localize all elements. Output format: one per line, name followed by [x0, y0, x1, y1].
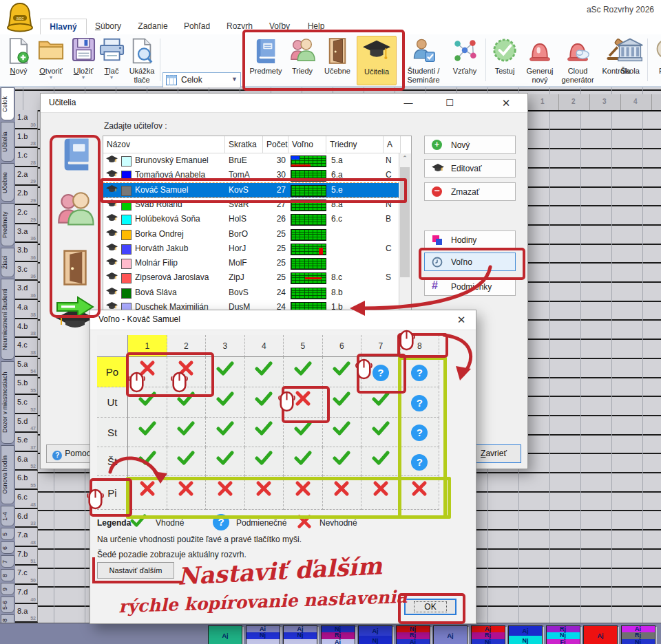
- sidebar-tab-7-8[interactable]: 7-8: [1, 614, 14, 623]
- close-icon[interactable]: ✕: [452, 313, 470, 326]
- class-header-7.b[interactable]: 7.b51: [15, 547, 38, 566]
- school-button[interactable]: Škola: [615, 36, 645, 84]
- class-header-5.e[interactable]: 5.e37: [15, 433, 38, 452]
- open-button[interactable]: Otvoriť ▾: [34, 36, 67, 84]
- availability-cell-Št-7[interactable]: [361, 447, 401, 476]
- asc-bell-logo-icon[interactable]: asc: [4, 1, 36, 34]
- column-header-Názov[interactable]: Názov: [103, 136, 225, 153]
- save-button[interactable]: Uložiť ▾: [69, 36, 98, 84]
- sidebar-tab-9[interactable]: 9: [1, 583, 14, 595]
- teacher-row-BorO[interactable]: Borka OndrejBorO25: [103, 227, 399, 242]
- class-header-6.d[interactable]: 6.d33: [15, 509, 38, 528]
- period-header-2[interactable]: 2: [167, 335, 207, 357]
- class-header-2.b[interactable]: 2.b29: [15, 186, 38, 205]
- availability-cell-Št-3[interactable]: [206, 447, 245, 476]
- teacher-row-KovS[interactable]: Kováč SamuelKovS275.e: [103, 183, 399, 197]
- availability-cell-Pi-4[interactable]: [245, 476, 284, 510]
- availability-cell-St-1[interactable]: [128, 418, 167, 447]
- class-header-5.d[interactable]: 5.d47: [15, 414, 38, 433]
- ok-button[interactable]: OK: [404, 599, 457, 615]
- sidebar-tab-osnova-hod-n[interactable]: Osnova hodín: [1, 445, 14, 504]
- class-header-7.d[interactable]: 7.d40: [15, 585, 38, 604]
- period-header-4[interactable]: 4: [245, 335, 284, 357]
- timetable-card[interactable]: NjRjAj: [396, 625, 430, 644]
- class-header-8.a[interactable]: 8.a52: [15, 604, 38, 623]
- print-button[interactable]: Tlač ▾: [99, 36, 124, 84]
- sidebar-tab-8[interactable]: 8: [1, 569, 14, 581]
- rooms-button[interactable]: Učebne: [319, 36, 355, 84]
- new-teacher-button[interactable]: + Nový: [424, 136, 516, 154]
- partial-button[interactable]: Ro o: [650, 36, 661, 84]
- class-header-5.c[interactable]: 5.c52: [15, 395, 38, 414]
- scrollbar-up-icon[interactable]: ⌃: [399, 153, 410, 165]
- print-dropdown-arrow[interactable]: ▾: [99, 75, 124, 80]
- availability-cell-Po-4[interactable]: [245, 357, 284, 387]
- teacher-row-ZipJ[interactable]: Zipserová JaroslavaZipJ258.cS: [103, 270, 399, 285]
- availability-cell-Pi-1[interactable]: [128, 476, 167, 510]
- view-select[interactable]: Celok ▼: [162, 72, 241, 89]
- class-header-6.b[interactable]: 6.b55: [15, 471, 38, 490]
- timetable-card[interactable]: RjNjFj: [546, 625, 580, 644]
- sidebar-tab-dozor-v-miestnostiach[interactable]: Dozor v miestnostiach: [1, 361, 14, 444]
- availability-cell-Ut-3[interactable]: [206, 387, 245, 418]
- column-header-Voľno[interactable]: Voľno: [288, 136, 326, 153]
- availability-cell-Št-2[interactable]: [167, 447, 207, 476]
- sidebar-tab-neumiestnen-tudenti[interactable]: Neumiestnení študenti: [1, 279, 14, 360]
- tab-pohlad[interactable]: Pohľad: [176, 19, 218, 34]
- teacher-row-BruE[interactable]: Brunovský EmanuelBruE305.aN: [103, 153, 399, 168]
- availability-cell-Po-3[interactable]: [206, 357, 245, 387]
- teacher-row-HorJ[interactable]: Horváth JakubHorJ25C: [103, 242, 399, 256]
- sidebar-tab-1-4[interactable]: 1-4: [1, 506, 14, 526]
- relations-button[interactable]: Vzťahy: [448, 36, 482, 84]
- teacher-row-TomA[interactable]: Tomaňová AnabelaTomA306.aC: [103, 168, 399, 182]
- sidebar-tab-6[interactable]: 6: [1, 541, 14, 554]
- timetable-card[interactable]: AjRjNj: [471, 625, 505, 644]
- sidebar-tab-5[interactable]: 5: [1, 528, 14, 540]
- class-header-6.a[interactable]: 6.a52: [15, 452, 38, 471]
- period-header-1[interactable]: 1: [128, 335, 167, 357]
- minimize-button[interactable]: —: [399, 96, 417, 109]
- sidebar-tab--iaci[interactable]: Žiaci: [1, 248, 14, 277]
- save-dropdown-arrow[interactable]: ▾: [69, 75, 98, 80]
- tab-rozvrh[interactable]: Rozvrh: [219, 19, 260, 34]
- dialog-nav-classes[interactable]: [56, 190, 97, 231]
- availability-cell-Pi-6[interactable]: [323, 476, 362, 510]
- availability-cell-Št-4[interactable]: [245, 447, 284, 476]
- teachers-button[interactable]: Učitelia: [357, 36, 397, 85]
- availability-cell-Ut-6[interactable]: [323, 387, 362, 418]
- availability-cell-St-8[interactable]: ?: [401, 418, 440, 447]
- availability-cell-Pi-3[interactable]: [206, 476, 245, 510]
- close-button[interactable]: ✕: [497, 96, 515, 109]
- students-button[interactable]: Študenti / Semináre: [402, 36, 445, 84]
- timetable-card[interactable]: AjNj: [508, 625, 543, 644]
- period-header-7[interactable]: 7: [361, 335, 401, 357]
- availability-cell-Ut-8[interactable]: ?: [401, 387, 440, 418]
- timetable-card[interactable]: NjRjAj: [321, 625, 355, 644]
- availability-grid[interactable]: 12345678Po??Ut?St?Št?Pi: [97, 335, 439, 510]
- timetable-card[interactable]: AiRjNj: [621, 625, 655, 644]
- column-header-Skratka[interactable]: Skratka: [225, 136, 263, 153]
- classes-button[interactable]: Triedy: [286, 36, 318, 84]
- availability-cell-Pi-2[interactable]: [167, 476, 207, 510]
- availability-cell-St-5[interactable]: [284, 418, 323, 447]
- column-header-A[interactable]: A: [384, 136, 401, 153]
- availability-cell-Št-8[interactable]: ?: [401, 447, 440, 476]
- availability-cell-Pi-8[interactable]: [401, 476, 440, 510]
- availability-cell-Po-5[interactable]: [284, 357, 323, 387]
- generate-button[interactable]: Generuj nový: [523, 36, 557, 84]
- class-header-1.c[interactable]: 1.c28: [15, 148, 38, 167]
- timetable-card[interactable]: AjNj: [283, 625, 317, 644]
- class-header-3.b[interactable]: 3.b36: [15, 243, 38, 262]
- period-header-6[interactable]: 6: [323, 335, 362, 357]
- print-preview-button[interactable]: Ukážka tlače: [125, 36, 158, 84]
- availability-cell-St-6[interactable]: [323, 418, 362, 447]
- tab-subory[interactable]: Súbory: [87, 19, 129, 34]
- timetable-card[interactable]: Aj: [433, 625, 468, 644]
- teachers-dialog-titlebar[interactable]: Učitelia — ☐ ✕: [41, 94, 527, 113]
- availability-cell-Št-5[interactable]: [284, 447, 323, 476]
- class-header-2.c[interactable]: 2.c29: [15, 205, 38, 224]
- tab-hlavny[interactable]: Hlavný: [40, 19, 87, 35]
- column-header-Počet[interactable]: Počet: [263, 136, 288, 153]
- sidebar-tab-u-ebne[interactable]: Učebne: [1, 163, 14, 202]
- period-header-5[interactable]: 5: [284, 335, 323, 357]
